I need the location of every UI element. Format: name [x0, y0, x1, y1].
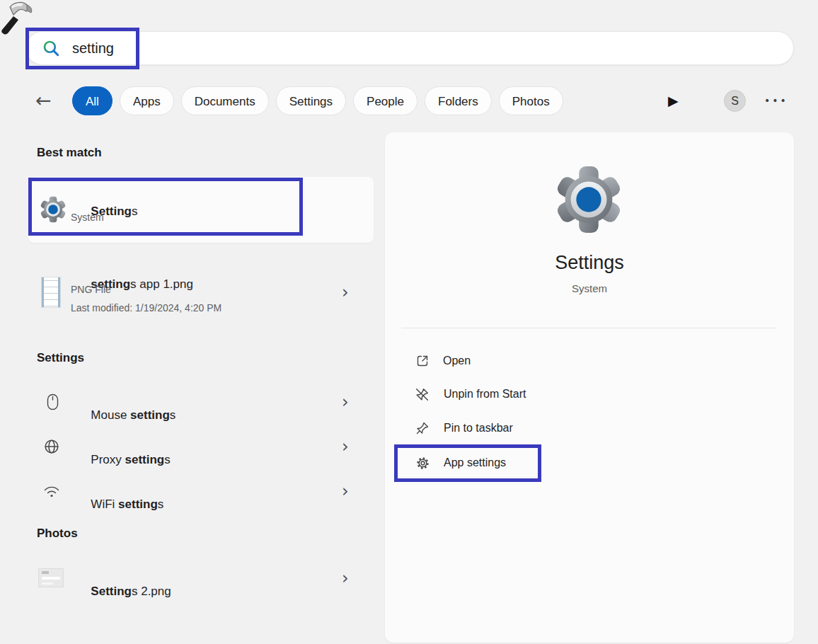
- result-label: Settings 2.png: [71, 570, 171, 613]
- action-app-settings[interactable]: App settings: [415, 450, 769, 476]
- tab-all[interactable]: All: [72, 86, 113, 115]
- file-type: PNG File: [71, 284, 111, 295]
- result-settings-2-png[interactable]: Settings 2.png ›: [28, 563, 374, 594]
- filter-tabs: All Apps Documents Settings People Folde…: [72, 86, 563, 115]
- hammer-cursor-icon: [0, 0, 35, 35]
- result-label: WiFi settings: [71, 483, 163, 526]
- result-label: Mouse settings: [71, 394, 175, 437]
- chevron-right-icon[interactable]: ›: [342, 570, 349, 586]
- globe-icon: [44, 439, 59, 454]
- best-match-heading: Best match: [37, 146, 102, 160]
- action-label: Unpin from Start: [444, 388, 526, 401]
- wifi-icon: [43, 485, 60, 498]
- file-result-settings-app-1[interactable]: settings app 1.png PNG File Last modifie…: [28, 258, 374, 323]
- more-options-icon[interactable]: •••: [764, 92, 788, 109]
- file-modified: Last modified: 1/19/2024, 4:20 PM: [71, 302, 221, 314]
- open-icon: [415, 354, 430, 368]
- best-match-subtitle: System: [71, 212, 104, 223]
- preview-app-title: Settings: [385, 252, 794, 274]
- chevron-right-icon[interactable]: ›: [342, 394, 349, 410]
- pin-icon: [415, 420, 430, 436]
- photos-section-heading: Photos: [37, 527, 78, 541]
- tab-apps[interactable]: Apps: [120, 86, 174, 115]
- settings-gear-icon-large: [554, 165, 623, 234]
- search-bar[interactable]: [25, 31, 794, 65]
- chevron-right-icon[interactable]: ›: [342, 284, 349, 300]
- windows-search-flyout: ← All Apps Documents Settings People Fol…: [0, 0, 818, 644]
- gear-outline-icon: [415, 456, 430, 471]
- action-unpin-from-start[interactable]: Unpin from Start: [414, 381, 768, 407]
- back-arrow-icon[interactable]: ←: [35, 88, 52, 113]
- run-command-icon[interactable]: ▶: [668, 91, 679, 110]
- action-label: Pin to taskbar: [444, 422, 513, 435]
- chevron-right-icon[interactable]: ›: [342, 483, 349, 499]
- unpin-icon: [414, 386, 430, 403]
- result-mouse-settings[interactable]: Mouse settings ›: [28, 386, 374, 418]
- photo-thumbnail-icon: [38, 568, 64, 587]
- result-label: Proxy settings: [71, 439, 171, 481]
- result-wifi-settings[interactable]: WiFi settings ›: [28, 476, 374, 507]
- file-thumbnail-icon: [41, 277, 61, 308]
- action-pin-to-taskbar[interactable]: Pin to taskbar: [415, 415, 768, 441]
- settings-gear-icon: [40, 196, 67, 223]
- action-label: App settings: [444, 456, 506, 469]
- mouse-icon: [45, 393, 60, 411]
- best-match-item-settings[interactable]: Settings System: [28, 177, 374, 243]
- tab-folders[interactable]: Folders: [425, 86, 492, 115]
- settings-section-heading: Settings: [37, 351, 84, 365]
- action-open[interactable]: Open: [415, 348, 769, 374]
- tab-people[interactable]: People: [353, 86, 417, 115]
- search-input[interactable]: [71, 40, 710, 57]
- action-label: Open: [443, 355, 471, 367]
- tab-documents[interactable]: Documents: [181, 86, 269, 115]
- preview-divider: [401, 328, 777, 328]
- preview-app-subtitle: System: [385, 282, 794, 294]
- search-icon: [42, 39, 60, 57]
- result-proxy-settings[interactable]: Proxy settings ›: [28, 431, 374, 462]
- chevron-right-icon[interactable]: ›: [342, 439, 349, 454]
- tab-photos[interactable]: Photos: [499, 86, 563, 115]
- tab-settings[interactable]: Settings: [276, 86, 346, 115]
- account-avatar[interactable]: S: [724, 90, 746, 112]
